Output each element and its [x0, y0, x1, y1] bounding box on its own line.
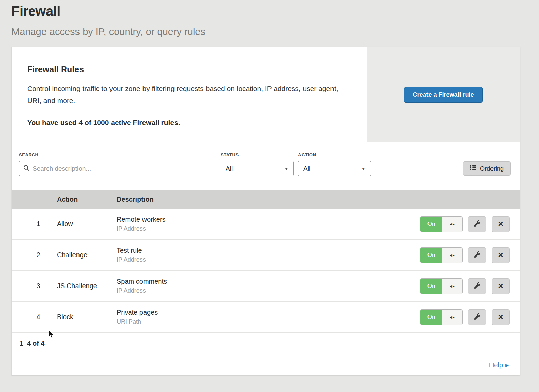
- help-link[interactable]: Help ▶: [489, 361, 509, 369]
- card-side-panel: Create a Firewall rule: [367, 47, 520, 142]
- page-subtitle: Manage access by IP, country, or query r…: [11, 26, 528, 37]
- card-footer: Help ▶: [12, 355, 520, 375]
- card-usage: You have used 4 of 1000 active Firewall …: [27, 119, 351, 127]
- delete-rule-button[interactable]: ✕: [492, 309, 510, 325]
- rule-title: Private pages: [117, 309, 415, 316]
- status-select[interactable]: All ▼: [221, 161, 294, 176]
- rule-subtitle: IP Address: [117, 256, 415, 263]
- toggle-on-label: On: [420, 217, 442, 232]
- ordering-button-label: Ordering: [480, 165, 504, 172]
- table-row: 1 Allow Remote workers IP Address On ◂▸ …: [12, 209, 520, 240]
- rule-controls: On ◂▸ ✕: [415, 278, 520, 294]
- pagination: 1–4 of 4: [12, 333, 520, 355]
- rule-title: Spam comments: [117, 278, 415, 285]
- left-arrow-icon: ◂: [450, 253, 452, 257]
- rule-controls: On ◂▸ ✕: [415, 247, 520, 263]
- header-description: Description: [117, 195, 415, 203]
- rule-toggle[interactable]: On ◂▸: [420, 309, 463, 325]
- firewall-card: Firewall Rules Control incoming traffic …: [11, 47, 520, 375]
- ordering-button[interactable]: Ordering: [463, 161, 511, 176]
- create-firewall-rule-button[interactable]: Create a Firewall rule: [404, 87, 482, 103]
- rule-controls: On ◂▸ ✕: [415, 309, 520, 325]
- delete-rule-button[interactable]: ✕: [492, 247, 510, 263]
- wrench-icon: [474, 220, 480, 228]
- edit-rule-button[interactable]: [468, 216, 486, 232]
- search-icon: [23, 165, 33, 173]
- rule-number: 3: [12, 282, 57, 290]
- action-filter-group: ACTION All ▼: [298, 152, 371, 176]
- rule-action: Allow: [57, 220, 117, 228]
- rule-description: Spam comments IP Address: [117, 278, 415, 294]
- table-row: 4 Block Private pages URI Path On ◂▸ ✕: [12, 302, 520, 333]
- rule-subtitle: IP Address: [117, 287, 415, 294]
- action-label: ACTION: [298, 152, 371, 157]
- page-title: Firewall: [11, 4, 528, 19]
- edit-rule-button[interactable]: [468, 247, 486, 263]
- rule-description: Remote workers IP Address: [117, 216, 415, 232]
- edit-rule-button[interactable]: [468, 309, 486, 325]
- right-arrow-icon: ▸: [453, 253, 455, 257]
- rule-number: 4: [12, 313, 57, 321]
- delete-rule-button[interactable]: ✕: [492, 278, 510, 294]
- action-select-value: All: [303, 165, 310, 172]
- table-header: Action Description: [12, 190, 520, 209]
- close-icon: ✕: [498, 282, 504, 290]
- rules-table: Action Description 1 Allow Remote worker…: [12, 190, 520, 355]
- card-title: Firewall Rules: [27, 65, 351, 74]
- status-label: STATUS: [221, 152, 294, 157]
- rule-action: Block: [57, 313, 117, 321]
- search-filter-group: SEARCH: [19, 152, 216, 176]
- rule-description: Test rule IP Address: [117, 247, 415, 263]
- chevron-down-icon: ▼: [284, 166, 289, 171]
- toggle-on-label: On: [420, 248, 442, 263]
- header-action: Action: [57, 195, 117, 203]
- rule-subtitle: IP Address: [117, 225, 415, 232]
- toggle-on-label: On: [420, 279, 442, 294]
- card-top: Firewall Rules Control incoming traffic …: [12, 47, 520, 142]
- toggle-drag-handle[interactable]: ◂▸: [442, 279, 462, 294]
- help-arrow-icon: ▶: [505, 363, 509, 368]
- wrench-icon: [474, 251, 480, 259]
- toggle-drag-handle[interactable]: ◂▸: [442, 217, 462, 232]
- search-input[interactable]: [33, 165, 212, 172]
- filters-bar: SEARCH STATUS All ▼ ACTION All ▼: [12, 142, 520, 190]
- rule-title: Test rule: [117, 247, 415, 254]
- table-row: 2 Challenge Test rule IP Address On ◂▸ ✕: [12, 240, 520, 271]
- search-label: SEARCH: [19, 152, 216, 157]
- rule-action: JS Challenge: [57, 282, 117, 290]
- left-arrow-icon: ◂: [450, 222, 452, 226]
- table-row: 3 JS Challenge Spam comments IP Address …: [12, 271, 520, 302]
- status-select-value: All: [226, 165, 233, 172]
- close-icon: ✕: [498, 220, 504, 228]
- rule-controls: On ◂▸ ✕: [415, 216, 520, 232]
- rule-toggle[interactable]: On ◂▸: [420, 278, 463, 294]
- close-icon: ✕: [498, 313, 504, 321]
- rule-number: 2: [12, 251, 57, 259]
- delete-rule-button[interactable]: ✕: [492, 216, 510, 232]
- right-arrow-icon: ▸: [453, 222, 455, 226]
- edit-rule-button[interactable]: [468, 278, 486, 294]
- action-select[interactable]: All ▼: [298, 161, 371, 176]
- ordering-list-icon: [470, 165, 477, 172]
- rule-number: 1: [12, 220, 57, 228]
- close-icon: ✕: [498, 251, 504, 259]
- status-filter-group: STATUS All ▼: [221, 152, 294, 176]
- toggle-drag-handle[interactable]: ◂▸: [442, 248, 462, 263]
- chevron-down-icon: ▼: [361, 166, 366, 171]
- rule-subtitle: URI Path: [117, 318, 415, 325]
- card-description: Control incoming traffic to your zone by…: [27, 83, 347, 107]
- wrench-icon: [474, 282, 480, 290]
- rule-action: Challenge: [57, 251, 117, 259]
- right-arrow-icon: ▸: [453, 284, 455, 288]
- left-arrow-icon: ◂: [450, 315, 452, 319]
- rule-title: Remote workers: [117, 216, 415, 223]
- rule-description: Private pages URI Path: [117, 309, 415, 325]
- rule-toggle[interactable]: On ◂▸: [420, 216, 463, 232]
- toggle-drag-handle[interactable]: ◂▸: [442, 310, 462, 325]
- rule-toggle[interactable]: On ◂▸: [420, 247, 463, 263]
- toggle-on-label: On: [420, 310, 442, 325]
- left-arrow-icon: ◂: [450, 284, 452, 288]
- wrench-icon: [474, 313, 480, 321]
- page-header: Firewall Manage access by IP, country, o…: [0, 0, 539, 37]
- card-info: Firewall Rules Control incoming traffic …: [12, 47, 367, 142]
